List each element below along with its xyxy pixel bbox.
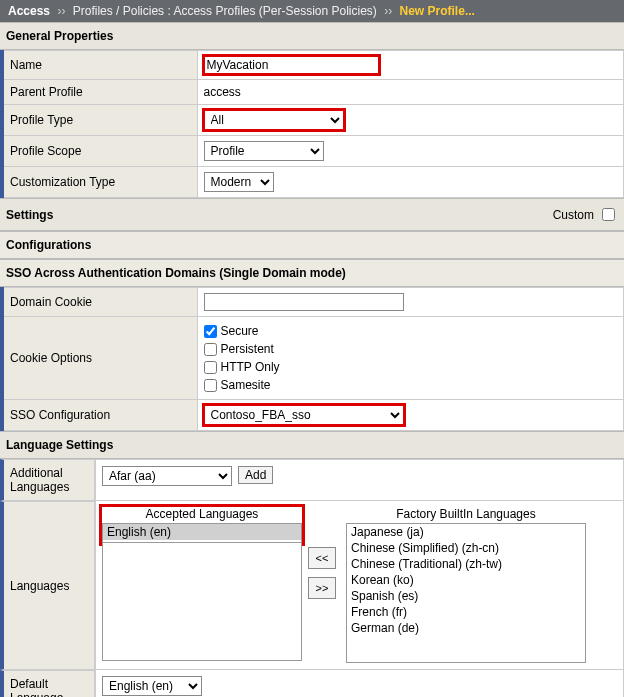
list-item[interactable]: Spanish (es): [347, 588, 585, 604]
list-item[interactable]: Chinese (Simplified) (zh-cn): [347, 540, 585, 556]
list-item[interactable]: French (fr): [347, 604, 585, 620]
value-parent-profile: access: [197, 80, 624, 105]
list-item[interactable]: Japanese (ja): [347, 524, 585, 540]
secure-checkbox[interactable]: [204, 325, 217, 338]
section-title: SSO Across Authentication Domains (Singl…: [6, 266, 346, 280]
breadcrumb-current: New Profile...: [400, 4, 475, 18]
section-sso: SSO Across Authentication Domains (Singl…: [0, 259, 624, 287]
factory-languages-title: Factory BuiltIn Languages: [396, 507, 535, 521]
http-only-label: HTTP Only: [221, 358, 280, 376]
label-parent-profile: Parent Profile: [2, 80, 197, 105]
list-item[interactable]: Chinese (Traditional) (zh-tw): [347, 556, 585, 572]
breadcrumb-seg-profiles[interactable]: Profiles / Policies : Access Profiles (P…: [73, 4, 377, 18]
sso-config-select[interactable]: Contoso_FBA_sso: [204, 405, 404, 425]
section-general-properties: General Properties: [0, 22, 624, 50]
http-only-checkbox[interactable]: [204, 361, 217, 374]
secure-label: Secure: [221, 322, 259, 340]
factory-languages-list[interactable]: Japanese (ja) Chinese (Simplified) (zh-c…: [346, 523, 586, 663]
move-left-button[interactable]: <<: [308, 547, 336, 569]
label-additional-languages: Additional Languages: [0, 459, 95, 501]
customization-type-select[interactable]: Modern: [204, 172, 274, 192]
section-title: Settings: [6, 208, 53, 222]
list-item[interactable]: Korean (ko): [347, 572, 585, 588]
label-customization-type: Customization Type: [2, 167, 197, 198]
list-item[interactable]: English (en): [103, 524, 301, 540]
custom-checkbox[interactable]: [602, 208, 615, 221]
breadcrumb: Access ›› Profiles / Policies : Access P…: [0, 0, 624, 22]
accepted-languages-list-preview[interactable]: English (en): [102, 523, 302, 543]
label-name: Name: [2, 51, 197, 80]
accepted-languages-list[interactable]: [102, 543, 302, 661]
general-properties-table: Name Parent Profile access Profile Type …: [0, 50, 624, 198]
breadcrumb-sep-icon: ››: [384, 4, 392, 18]
section-settings: Settings Custom: [0, 198, 624, 231]
label-sso-config: SSO Configuration: [2, 400, 197, 431]
label-languages: Languages: [0, 501, 95, 670]
breadcrumb-sep-icon: ››: [57, 4, 65, 18]
move-right-button[interactable]: >>: [308, 577, 336, 599]
section-title: Language Settings: [6, 438, 113, 452]
default-language-select[interactable]: English (en): [102, 676, 202, 696]
samesite-label: Samesite: [221, 376, 271, 394]
label-custom: Custom: [553, 208, 594, 222]
section-title: General Properties: [6, 29, 113, 43]
label-domain-cookie: Domain Cookie: [2, 288, 197, 317]
section-title: Configurations: [6, 238, 91, 252]
label-profile-scope: Profile Scope: [2, 136, 197, 167]
profile-scope-select[interactable]: Profile: [204, 141, 324, 161]
label-cookie-options: Cookie Options: [2, 317, 197, 400]
name-input[interactable]: [204, 56, 379, 74]
accepted-languages-title: Accepted Languages: [102, 507, 302, 521]
section-language: Language Settings: [0, 431, 624, 459]
section-configurations: Configurations: [0, 231, 624, 259]
persistent-checkbox[interactable]: [204, 343, 217, 356]
domain-cookie-input[interactable]: [204, 293, 404, 311]
add-language-button[interactable]: Add: [238, 466, 273, 484]
sso-table: Domain Cookie Cookie Options Secure Pers…: [0, 287, 624, 431]
label-default-language: Default Language: [0, 670, 95, 697]
samesite-checkbox[interactable]: [204, 379, 217, 392]
list-item[interactable]: German (de): [347, 620, 585, 636]
label-profile-type: Profile Type: [2, 105, 197, 136]
profile-type-select[interactable]: All: [204, 110, 344, 130]
persistent-label: Persistent: [221, 340, 274, 358]
additional-language-select[interactable]: Afar (aa): [102, 466, 232, 486]
breadcrumb-seg-access[interactable]: Access: [8, 4, 50, 18]
